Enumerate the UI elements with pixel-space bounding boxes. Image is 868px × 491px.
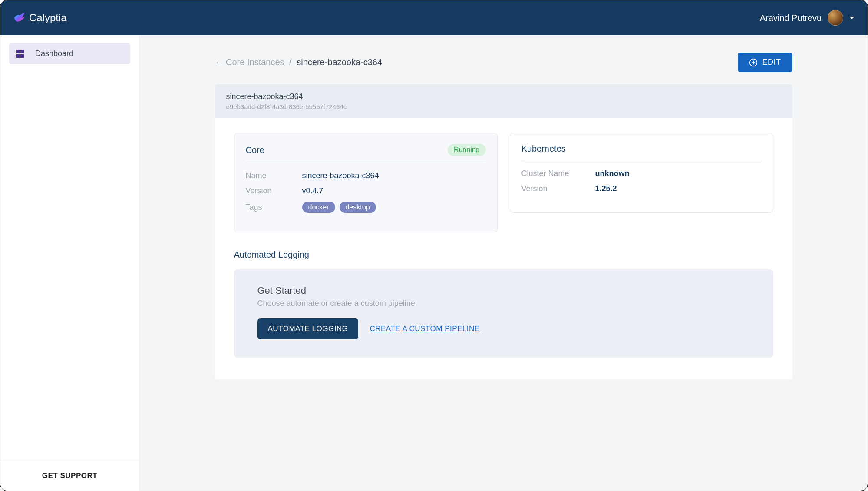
kubernetes-card: Kubernetes Cluster Name unknown Version … xyxy=(510,133,773,213)
brand-name: Calyptia xyxy=(29,12,67,24)
core-tags: dockerdesktop xyxy=(302,202,376,213)
bird-icon xyxy=(13,11,26,24)
app-header: Calyptia Aravind Putrevu xyxy=(0,0,868,35)
core-version-label: Version xyxy=(246,186,302,196)
automate-logging-button[interactable]: AUTOMATE LOGGING xyxy=(257,318,359,339)
user-name: Aravind Putrevu xyxy=(760,13,822,23)
breadcrumb-back[interactable]: ← Core Instances xyxy=(215,57,284,67)
instance-panel: sincere-bazooka-c364 e9eb3add-d2f8-4a3d-… xyxy=(215,84,792,379)
panel-header: sincere-bazooka-c364 e9eb3add-d2f8-4a3d-… xyxy=(215,84,792,118)
automated-logging-title: Automated Logging xyxy=(234,250,773,260)
core-card: Core Running Name sincere-bazooka-c364 V… xyxy=(234,133,498,232)
user-menu[interactable]: Aravind Putrevu xyxy=(760,10,855,26)
breadcrumb-current: sincere-bazooka-c364 xyxy=(297,57,382,67)
k8s-version-label: Version xyxy=(521,184,595,193)
avatar xyxy=(828,10,843,26)
edit-button-label: EDIT xyxy=(762,58,781,67)
core-name-value: sincere-bazooka-c364 xyxy=(302,171,379,180)
get-started-box: Get Started Choose automate or create a … xyxy=(234,269,773,358)
sidebar-item-label: Dashboard xyxy=(35,49,73,58)
brand-logo[interactable]: Calyptia xyxy=(13,11,67,24)
k8s-title: Kubernetes xyxy=(521,144,566,154)
edit-button[interactable]: EDIT xyxy=(738,53,792,72)
panel-title: sincere-bazooka-c364 xyxy=(226,92,781,101)
core-title: Core xyxy=(246,145,264,155)
k8s-cluster-value: unknown xyxy=(595,169,630,178)
core-version-value: v0.4.7 xyxy=(302,186,323,196)
sidebar: Dashboard GET SUPPORT xyxy=(0,35,139,491)
panel-subtitle: e9eb3add-d2f8-4a3d-836e-55557f72464c xyxy=(226,103,781,110)
dashboard-icon xyxy=(16,50,25,58)
k8s-version-value: 1.25.2 xyxy=(595,184,617,193)
chevron-down-icon xyxy=(849,17,855,19)
tag-pill: docker xyxy=(302,202,335,213)
main-content: ← Core Instances / sincere-bazooka-c364 … xyxy=(139,35,868,491)
get-support-link[interactable]: GET SUPPORT xyxy=(0,471,139,480)
core-name-label: Name xyxy=(246,171,302,180)
get-started-title: Get Started xyxy=(257,285,750,296)
tag-pill: desktop xyxy=(340,202,376,213)
sidebar-item-dashboard[interactable]: Dashboard xyxy=(9,43,130,64)
plus-circle-icon xyxy=(749,58,758,67)
k8s-cluster-label: Cluster Name xyxy=(521,169,595,178)
create-custom-pipeline-link[interactable]: CREATE A CUSTOM PIPELINE xyxy=(370,325,479,333)
status-badge: Running xyxy=(448,144,486,156)
core-tags-label: Tags xyxy=(246,203,302,212)
get-started-subtitle: Choose automate or create a custom pipel… xyxy=(257,299,750,308)
breadcrumb-separator: / xyxy=(289,57,292,67)
breadcrumb: ← Core Instances / sincere-bazooka-c364 xyxy=(215,57,383,67)
